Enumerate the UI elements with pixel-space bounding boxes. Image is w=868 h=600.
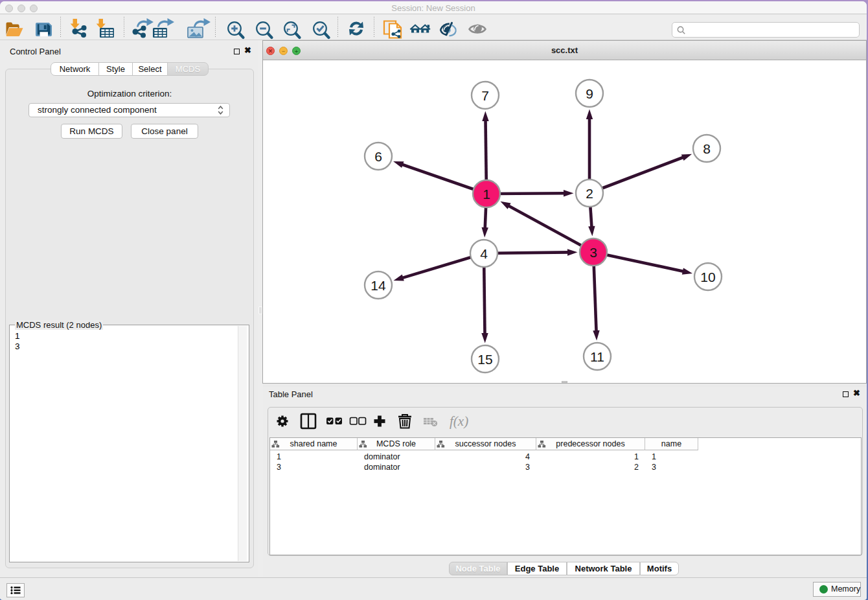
svg-text:9: 9 xyxy=(586,86,593,101)
svg-text:8: 8 xyxy=(703,141,711,156)
svg-text:4: 4 xyxy=(480,246,488,261)
svg-text:2: 2 xyxy=(586,186,593,201)
svg-text:f(x): f(x) xyxy=(450,413,468,429)
svg-text:15: 15 xyxy=(477,352,492,367)
svg-text:14: 14 xyxy=(371,278,386,293)
svg-text:7: 7 xyxy=(481,88,489,103)
svg-text:1: 1 xyxy=(483,187,490,202)
svg-text:6: 6 xyxy=(374,149,382,164)
svg-text:3: 3 xyxy=(589,245,597,260)
svg-text:11: 11 xyxy=(590,349,604,364)
svg-text:10: 10 xyxy=(700,270,715,284)
